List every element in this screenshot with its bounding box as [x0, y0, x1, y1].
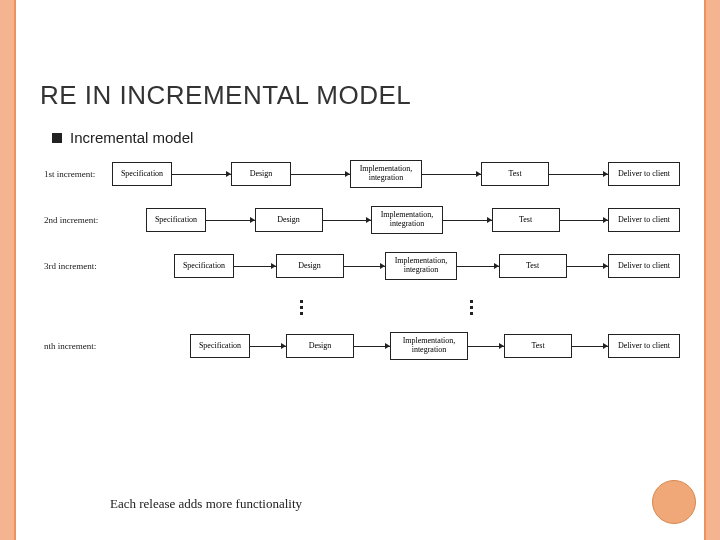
- arrow-icon: [172, 174, 231, 175]
- box-test: Test: [492, 208, 560, 232]
- ellipsis-row: [40, 294, 680, 328]
- row-label: 1st increment:: [40, 169, 112, 179]
- row-label: 2nd increment:: [40, 215, 112, 225]
- box-implementation: Implementation, integration: [385, 252, 457, 280]
- row-flow: Specification Design Implementation, int…: [190, 332, 680, 360]
- box-specification: Specification: [146, 208, 206, 232]
- box-design: Design: [255, 208, 323, 232]
- row-label: nth increment:: [40, 341, 112, 351]
- box-specification: Specification: [112, 162, 172, 186]
- arrow-icon: [291, 174, 350, 175]
- arrow-icon: [234, 266, 276, 267]
- increment-row-n: nth increment: Specification Design Impl…: [40, 328, 680, 364]
- arrow-icon: [468, 346, 504, 347]
- square-bullet-icon: [52, 133, 62, 143]
- arrow-icon: [560, 220, 609, 221]
- box-deliver: Deliver to client: [608, 208, 680, 232]
- slide-border-left: [0, 0, 14, 540]
- page-title: RE IN INCREMENTAL MODEL: [40, 80, 680, 111]
- box-test: Test: [499, 254, 567, 278]
- box-deliver: Deliver to client: [608, 334, 680, 358]
- arrow-icon: [206, 220, 255, 221]
- arrow-icon: [344, 266, 386, 267]
- caption-text: Each release adds more functionality: [110, 496, 302, 512]
- slide-content: RE IN INCREMENTAL MODEL Incremental mode…: [40, 80, 680, 374]
- box-design: Design: [276, 254, 344, 278]
- box-specification: Specification: [174, 254, 234, 278]
- decorative-circle-icon: [652, 480, 696, 524]
- box-design: Design: [231, 162, 291, 186]
- box-design: Design: [286, 334, 354, 358]
- slide-border-right: [706, 0, 720, 540]
- arrow-icon: [323, 220, 372, 221]
- box-implementation: Implementation, integration: [371, 206, 443, 234]
- box-test: Test: [481, 162, 549, 186]
- row-flow: Specification Design Implementation, int…: [112, 160, 680, 188]
- box-deliver: Deliver to client: [608, 162, 680, 186]
- arrow-icon: [354, 346, 390, 347]
- arrow-icon: [572, 346, 608, 347]
- increment-row-2: 2nd increment: Specification Design Impl…: [40, 202, 680, 238]
- arrow-icon: [567, 266, 609, 267]
- vertical-ellipsis-icon: [300, 300, 303, 315]
- arrow-icon: [443, 220, 492, 221]
- box-test: Test: [504, 334, 572, 358]
- vertical-ellipsis-icon: [470, 300, 473, 315]
- row-flow: Specification Design Implementation, int…: [146, 206, 680, 234]
- subtitle-row: Incremental model: [52, 129, 680, 146]
- box-implementation: Implementation, integration: [350, 160, 422, 188]
- arrow-icon: [422, 174, 481, 175]
- box-specification: Specification: [190, 334, 250, 358]
- increment-row-3: 3rd increment: Specification Design Impl…: [40, 248, 680, 284]
- arrow-icon: [457, 266, 499, 267]
- row-flow: Specification Design Implementation, int…: [174, 252, 680, 280]
- subtitle-text: Incremental model: [70, 129, 193, 146]
- box-deliver: Deliver to client: [608, 254, 680, 278]
- row-label: 3rd increment:: [40, 261, 112, 271]
- box-implementation: Implementation, integration: [390, 332, 468, 360]
- arrow-icon: [250, 346, 286, 347]
- arrow-icon: [549, 174, 608, 175]
- incremental-diagram: 1st increment: Specification Design Impl…: [40, 156, 680, 364]
- increment-row-1: 1st increment: Specification Design Impl…: [40, 156, 680, 192]
